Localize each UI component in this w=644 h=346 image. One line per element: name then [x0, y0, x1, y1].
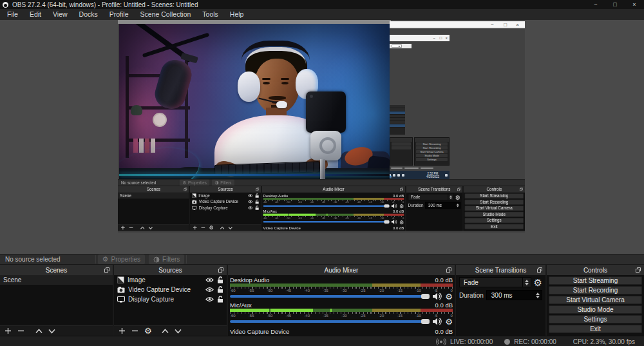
ruler-tick-label: -10	[381, 217, 384, 220]
start-virtual-camera-button[interactable]: Start Virtual Camera	[549, 296, 642, 304]
titlebar: OBS 27.2.4 (64-bit, windows) - Profile: …	[0, 0, 644, 9]
speaker-icon	[392, 204, 397, 209]
speaker-icon[interactable]	[433, 293, 442, 300]
menubar: File Edit View Docks Profile Scene Colle…	[0, 9, 644, 20]
preview-canvas[interactable]: − □ × − □ ×	[118, 20, 525, 233]
unlock-icon[interactable]	[217, 296, 223, 303]
volume-slider[interactable]	[230, 295, 430, 298]
menu-view[interactable]: View	[47, 9, 73, 20]
settings-button[interactable]: Settings	[549, 315, 642, 323]
scene-down-button[interactable]	[48, 329, 55, 334]
dock-float-icon[interactable]	[218, 267, 223, 273]
record-dot-icon	[504, 339, 510, 345]
close-button[interactable]: ×	[625, 0, 644, 9]
add-scene-button[interactable]	[5, 327, 12, 334]
image-source-streamer-photo[interactable]	[119, 24, 390, 179]
scene-transitions-body: Fade ⚙ Duration 300 ms	[456, 275, 545, 336]
controls-body: Start Streaming Start Recording Start Vi…	[547, 275, 644, 336]
sources-header[interactable]: Sources	[114, 265, 227, 275]
controls-header[interactable]: Controls	[547, 265, 644, 275]
start-recording-button: Start Recording	[464, 200, 524, 205]
remove-source-button[interactable]	[131, 327, 138, 334]
visibility-eye-icon[interactable]	[205, 296, 214, 302]
channel-db-value: 0.0 dB	[393, 193, 404, 198]
properties-button[interactable]: ⚙ Properties	[98, 255, 145, 264]
transition-select: Fade	[408, 194, 453, 200]
source-properties-gear-icon[interactable]: ⚙	[144, 327, 152, 335]
ruler-tick-label: -10	[381, 201, 384, 204]
remove-scene-button[interactable]	[17, 327, 24, 334]
volume-slider-handle[interactable]	[421, 294, 430, 299]
speaker-icon[interactable]	[433, 318, 442, 325]
captured-mini-controls: Start Streaming Start Recording Start Vi…	[414, 137, 450, 166]
transition-gear-icon: ⚙	[455, 195, 461, 200]
channel-gear-icon: ⚙	[399, 219, 404, 224]
ruler-tick-label: -40	[304, 314, 310, 318]
menu-scene-collection[interactable]: Scene Collection	[135, 9, 197, 20]
start-recording-button[interactable]: Start Recording	[549, 286, 642, 294]
visibility-eye-icon[interactable]	[205, 277, 214, 283]
ruler-tick-label: -15	[369, 217, 372, 220]
dock-float-icon[interactable]	[537, 267, 542, 273]
menu-docks[interactable]: Docks	[73, 9, 104, 20]
sources-toolbar: ⚙	[190, 224, 261, 231]
menu-profile[interactable]: Profile	[104, 9, 135, 20]
channel-gear-icon[interactable]: ⚙	[445, 293, 453, 301]
settings-button: Settings	[464, 218, 524, 223]
source-item-image[interactable]: Image	[114, 275, 227, 285]
add-source-button[interactable]	[118, 327, 126, 334]
maximize-button[interactable]: □	[605, 0, 625, 9]
source-down-button	[228, 226, 232, 229]
channel-name: Desktop Audio	[230, 276, 269, 284]
source-down-button[interactable]	[175, 329, 182, 334]
duration-spinbox[interactable]: 300 ms	[486, 290, 542, 300]
transition-gear-icon[interactable]: ⚙	[534, 278, 542, 287]
volume-meter	[263, 214, 404, 216]
preview-area: − □ × − □ ×	[0, 20, 644, 254]
scene-up-button[interactable]	[35, 329, 43, 334]
ruler-tick-label: -25	[360, 314, 366, 318]
duration-spinner[interactable]	[533, 291, 542, 300]
source-item-video-capture[interactable]: Video Capture Device	[114, 285, 227, 294]
menu-tools[interactable]: Tools	[196, 9, 224, 20]
ruler-tick-label: -45	[298, 201, 301, 204]
exit-button[interactable]: Exit	[549, 325, 642, 333]
dock-float-icon[interactable]	[636, 267, 641, 273]
scene-transitions-dock: Scene Transitions Fade	[456, 265, 545, 336]
mixer-channel-mic-aux: Mic/Aux 0.0 dB -60-55-50-45-40-35-30-25-…	[262, 209, 405, 225]
camera-icon	[117, 287, 125, 293]
audio-mixer-header[interactable]: Audio Mixer	[228, 265, 455, 275]
transition-select-spinner[interactable]	[522, 278, 531, 287]
filters-button[interactable]: Filters	[149, 255, 184, 264]
source-item-display-capture[interactable]: Display Capture	[114, 294, 227, 304]
no-source-selected-label: No source selected	[0, 256, 66, 263]
menu-help[interactable]: Help	[224, 9, 250, 20]
ruler-tick-label: -55	[249, 314, 254, 318]
minimize-button[interactable]: −	[586, 0, 605, 9]
volume-slider-handle[interactable]	[421, 319, 430, 324]
transition-select[interactable]: Fade	[459, 277, 531, 287]
source-up-button[interactable]	[162, 329, 169, 334]
scenes-header[interactable]: Scenes	[0, 265, 113, 275]
visibility-eye-icon[interactable]	[205, 287, 214, 293]
unlock-icon[interactable]	[217, 276, 223, 284]
dock-float-icon[interactable]	[104, 267, 109, 273]
unlock-icon[interactable]	[217, 286, 223, 293]
channel-gear-icon[interactable]: ⚙	[445, 318, 453, 326]
menu-edit[interactable]: Edit	[24, 9, 47, 20]
scene-list-item[interactable]: Scene	[0, 275, 113, 285]
sources-dock: Sources Image Video Capture Device	[190, 186, 261, 231]
volume-slider[interactable]	[230, 320, 430, 323]
scene-transitions-header[interactable]: Scene Transitions	[456, 265, 545, 275]
duration-spinner	[455, 202, 460, 208]
toolbar-separator	[178, 180, 178, 185]
add-source-button	[193, 226, 197, 230]
ruler-tick-label: 0	[402, 217, 404, 220]
studio-mode-button[interactable]: Studio Mode	[549, 305, 642, 314]
ruler-tick-label: -10	[415, 314, 421, 318]
menu-file[interactable]: File	[1, 9, 24, 20]
monitor-icon	[117, 296, 125, 303]
captured-obs-docks-scaled: No source selected ⚙ Properties Filters …	[118, 179, 525, 231]
dock-float-icon[interactable]	[446, 267, 451, 273]
start-streaming-button[interactable]: Start Streaming	[549, 276, 642, 285]
